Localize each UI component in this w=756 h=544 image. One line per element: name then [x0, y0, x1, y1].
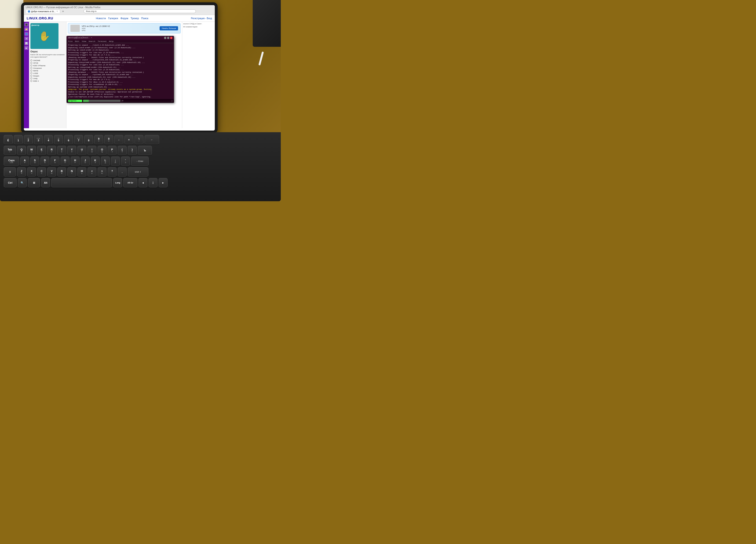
- key-l[interactable]: LД: [101, 157, 110, 166]
- key-shift-right[interactable]: Shift ⇧: [128, 167, 148, 177]
- terminal-menu-terminal[interactable]: Terminal: [98, 40, 106, 42]
- terminal-menu-view[interactable]: View: [82, 40, 86, 42]
- key-alt-gr[interactable]: Alt Gr: [123, 178, 137, 187]
- key-search[interactable]: 🔍: [18, 178, 27, 187]
- key-c[interactable]: CС: [37, 167, 46, 177]
- key-backspace[interactable]: ←: [145, 135, 159, 144]
- poll-option-deepin[interactable]: Deepin: [30, 75, 65, 77]
- key-lang[interactable]: Lang: [113, 178, 122, 187]
- key-semicolon[interactable]: ;Ж: [111, 157, 120, 166]
- key-d[interactable]: DВ: [40, 157, 49, 166]
- key-0[interactable]: 0 О: [104, 135, 113, 144]
- key-v[interactable]: VМ: [47, 167, 56, 177]
- key-space[interactable]: [51, 178, 112, 187]
- key-t[interactable]: TЕ: [57, 146, 66, 155]
- key-caps-lock[interactable]: Caps Lock: [4, 157, 19, 166]
- key-alt-left[interactable]: Alt: [41, 178, 50, 187]
- poll-option-xfce[interactable]: XFCE: [30, 62, 65, 64]
- key-enter[interactable]: ←Enter: [131, 157, 149, 166]
- terminal-menu-help[interactable]: Help: [109, 40, 113, 42]
- key-arrow-left[interactable]: ◄: [139, 178, 147, 187]
- key-f[interactable]: FА: [51, 157, 59, 166]
- key-m[interactable]: MЬ: [77, 167, 86, 177]
- key-s[interactable]: SЫ: [30, 157, 39, 166]
- key-tilde[interactable]: ~ Ё: [4, 135, 13, 144]
- key-b[interactable]: BИ: [57, 167, 66, 177]
- terminal-minimize-button[interactable]: [164, 37, 166, 39]
- key-1[interactable]: ! 1: [14, 135, 23, 144]
- key-n[interactable]: NТ: [67, 167, 76, 177]
- key-w[interactable]: WЦ: [27, 146, 36, 155]
- taskbar-icon-3[interactable]: 🌐: [25, 32, 28, 36]
- poll-option-mate[interactable]: MATE: [30, 70, 65, 72]
- key-equals[interactable]: =: [124, 135, 133, 144]
- taskbar-icon-5[interactable]: 📊: [25, 41, 28, 45]
- key-lbracket[interactable]: {Х: [118, 146, 127, 155]
- radio-mate[interactable]: [30, 70, 32, 72]
- terminal-menu-search[interactable]: Search: [89, 40, 95, 42]
- radio-gnome[interactable]: [30, 59, 32, 61]
- radio-lxde[interactable]: [30, 72, 32, 74]
- new-tab-button[interactable]: +: [61, 9, 65, 13]
- radio-deepin[interactable]: [30, 75, 32, 77]
- ad-more-button[interactable]: Узнать больше: [160, 26, 178, 30]
- radio-kde5[interactable]: [30, 65, 32, 66]
- key-a[interactable]: AФ: [20, 157, 29, 166]
- radio-xfce[interactable]: [30, 62, 32, 64]
- poll-option-gnome[interactable]: GNOME: [30, 59, 65, 62]
- taskbar-icon-1[interactable]: ⬛: [25, 23, 28, 26]
- taskbar-icon-6[interactable]: ▶: [25, 46, 28, 50]
- key-quote[interactable]: 'Э: [121, 157, 130, 166]
- key-tab[interactable]: Tab ↵: [4, 146, 16, 155]
- nav-search[interactable]: Поиск: [141, 17, 148, 20]
- taskbar-icon-2[interactable]: 📁: [25, 27, 28, 31]
- key-g[interactable]: GП: [61, 157, 69, 166]
- key-shift-left[interactable]: ⇧: [4, 167, 16, 177]
- key-arrow-up-down[interactable]: ▲ ▼: [149, 178, 157, 187]
- nav-forum[interactable]: Форум: [121, 17, 128, 20]
- poll-option-unity[interactable]: Unity: [30, 77, 65, 80]
- poll-option-cinnamon[interactable]: Cinnamon: [30, 67, 65, 69]
- key-8[interactable]: * 8: [84, 135, 93, 144]
- tab-close-button[interactable]: ✕: [56, 10, 58, 12]
- key-3[interactable]: # № 3: [34, 135, 43, 144]
- key-dot2[interactable]: .: [118, 167, 127, 177]
- browser-tab-active[interactable]: Добро пожаловать в St... ✕: [26, 10, 60, 13]
- key-4[interactable]: $ 4: [44, 135, 53, 144]
- key-i[interactable]: IШ: [88, 146, 96, 155]
- radio-unity[interactable]: [30, 77, 32, 79]
- poll-option-kde5[interactable]: KDE 5 Plasma: [30, 65, 65, 67]
- key-minus[interactable]: -: [114, 135, 123, 144]
- terminal-maximize-button[interactable]: [167, 37, 169, 39]
- key-period[interactable]: >Ю: [98, 167, 106, 177]
- key-6[interactable]: ^ 6: [64, 135, 73, 144]
- key-rbracket[interactable]: }Ъ: [128, 146, 137, 155]
- terminal-window[interactable]: dextop@localhost: ~ File Edit View Se: [66, 36, 174, 103]
- nav-news[interactable]: Новости: [96, 17, 106, 20]
- key-y[interactable]: YН: [67, 146, 76, 155]
- terminal-menu-edit[interactable]: Edit: [75, 40, 79, 42]
- key-x[interactable]: XЧ: [27, 167, 36, 177]
- key-5[interactable]: % 5: [54, 135, 63, 144]
- key-r[interactable]: RК: [47, 146, 56, 155]
- radio-cinnamon[interactable]: [30, 67, 32, 69]
- key-backslash[interactable]: \ /: [135, 135, 143, 144]
- key-e[interactable]: EУ: [37, 146, 46, 155]
- poll-option-kde4[interactable]: KDE 4: [30, 80, 65, 82]
- taskbar-icon-4[interactable]: ⚙: [25, 37, 28, 40]
- key-7[interactable]: & ? 7: [74, 135, 83, 144]
- key-k[interactable]: KЛ: [91, 157, 100, 166]
- radio-kde4[interactable]: [30, 80, 32, 82]
- key-slash[interactable]: ?.: [108, 167, 117, 177]
- poll-option-lxde[interactable]: LXDE: [30, 72, 65, 74]
- key-j[interactable]: JО: [81, 157, 90, 166]
- key-z[interactable]: ZЯ: [17, 167, 26, 177]
- key-2[interactable]: @ 2: [24, 135, 33, 144]
- key-9[interactable]: 9 О: [94, 135, 103, 144]
- key-q[interactable]: QЙ: [17, 146, 26, 155]
- terminal-close-button[interactable]: [170, 37, 172, 39]
- terminal-menu-file[interactable]: File: [68, 40, 73, 42]
- nav-gallery[interactable]: Галерея: [108, 17, 118, 20]
- key-ъ[interactable]: Ъ: [138, 146, 152, 155]
- auth-links[interactable]: Регистрация - Вход: [191, 17, 212, 20]
